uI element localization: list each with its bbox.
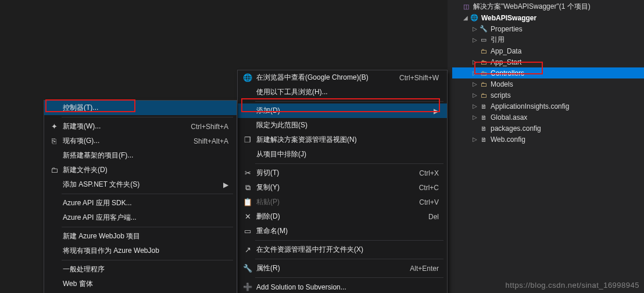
expander-closed-icon[interactable]: ▷ bbox=[471, 36, 479, 44]
blank-icon bbox=[48, 103, 60, 113]
project-node[interactable]: ◢ 🌐 WebAPISwagger bbox=[452, 12, 644, 23]
menuA-item[interactable]: Web 窗体 bbox=[44, 277, 237, 291]
blank-icon bbox=[48, 279, 60, 290]
menu-separator bbox=[62, 260, 233, 260]
menuB-item[interactable]: ▭重命名(M) bbox=[238, 224, 447, 238]
open-folder-icon: ↗ bbox=[241, 245, 254, 255]
solution-explorer: ◫ 解决方案"WebAPISwagger"(1 个项目) ◢ 🌐 WebAPIS… bbox=[448, 0, 644, 293]
menuA-item[interactable]: 添加 ASP.NET 文件夹(S)▶ bbox=[44, 177, 237, 192]
tree-item-appdata[interactable]: 🗀 App_Data bbox=[452, 45, 644, 56]
tree-label: Global.asax bbox=[491, 113, 527, 122]
expander-closed-icon[interactable]: ▷ bbox=[471, 113, 479, 122]
menu-item-label: 复制(Y) bbox=[254, 183, 405, 192]
wrench-icon: 🔧 bbox=[479, 24, 488, 34]
menuA-item[interactable]: 将现有项目作为 Azure WebJob bbox=[44, 244, 237, 258]
menuA-item[interactable]: 🗀新建文件夹(D) bbox=[44, 163, 237, 177]
file-icon: 🗎 bbox=[479, 113, 488, 122]
menuA-item[interactable]: 新搭建基架的项目(F)... bbox=[44, 148, 237, 163]
tree-item-globalasax[interactable]: ▷ 🗎 Global.asax bbox=[452, 112, 644, 123]
tree-label: 引用 bbox=[491, 35, 505, 45]
menu-item-label: 在文件资源管理器中打开文件夹(X) bbox=[254, 245, 439, 255]
rename-icon: ▭ bbox=[241, 226, 254, 237]
menu-shortcut: Ctrl+Shift+W bbox=[399, 74, 439, 82]
tree-item-appinsights[interactable]: ▷ 🗎 ApplicationInsights.config bbox=[452, 101, 644, 112]
tree-label: ApplicationInsights.config bbox=[491, 102, 569, 110]
tree-item-packages[interactable]: 🗎 packages.config bbox=[452, 123, 644, 134]
tree-item-scripts[interactable]: ▷ 🗀 scripts bbox=[452, 90, 644, 101]
menuB-item[interactable]: 🔧属性(R)Alt+Enter bbox=[238, 261, 447, 276]
folder-icon: 🗀 bbox=[479, 58, 488, 67]
menu-shortcut: Ctrl+X bbox=[419, 169, 439, 177]
svn-icon: ➕ bbox=[241, 282, 254, 292]
solution-node[interactable]: ◫ 解决方案"WebAPISwagger"(1 个项目) bbox=[452, 1, 644, 12]
menuA-item[interactable]: 新建 Azure WebJob 项目 bbox=[44, 229, 237, 244]
menuA-item[interactable]: 控制器(T)... bbox=[44, 101, 237, 115]
expander-open-icon[interactable]: ◢ bbox=[461, 14, 470, 22]
paste-icon: 📋 bbox=[241, 197, 254, 208]
menuB-item[interactable]: 🌐在浏览器中查看(Google Chrome)(B)Ctrl+Shift+W bbox=[238, 70, 447, 85]
menu-item-label: 剪切(T) bbox=[254, 168, 405, 178]
folder-icon: 🗀 bbox=[479, 69, 488, 78]
menu-item-label: 属性(R) bbox=[254, 263, 396, 273]
menu-item-label: 控制器(T)... bbox=[60, 103, 228, 113]
menu-item-label: 删除(D) bbox=[254, 212, 414, 221]
expander-closed-icon[interactable]: ▷ bbox=[471, 91, 479, 99]
blank-icon bbox=[48, 231, 60, 242]
menuB-item[interactable]: 添加(D)▶ bbox=[238, 103, 447, 118]
menu-item-label: 重命名(M) bbox=[254, 226, 439, 236]
expander-closed-icon[interactable]: ▷ bbox=[471, 80, 479, 88]
menu-item-label: 限定为此范围(S) bbox=[254, 120, 439, 130]
blank-icon bbox=[48, 180, 60, 190]
expander-closed-icon[interactable]: ▷ bbox=[471, 102, 479, 110]
menu-item-label: 添加(D) bbox=[254, 106, 425, 116]
menuB-item[interactable]: 使用以下工具浏览(H)... bbox=[238, 85, 447, 99]
menu-separator bbox=[62, 194, 233, 194]
menuB-item[interactable]: ❐新建解决方案资源管理器视图(N) bbox=[238, 133, 447, 147]
menuB-item[interactable]: 限定为此范围(S) bbox=[238, 118, 447, 133]
blank-icon bbox=[48, 265, 60, 275]
menu-item-label: 在浏览器中查看(Google Chrome)(B) bbox=[254, 73, 385, 83]
spacer bbox=[471, 124, 479, 133]
blank-icon bbox=[241, 106, 254, 116]
menuA-item[interactable]: Azure API 应用 SDK... bbox=[44, 196, 237, 210]
menuA-item[interactable]: Azure API 应用客户端... bbox=[44, 210, 237, 225]
tree-item-appstart[interactable]: ▷ 🗀 App_Start bbox=[452, 56, 644, 67]
blank-icon bbox=[48, 198, 60, 209]
tree-item-references[interactable]: ▷ ▭ 引用 bbox=[452, 34, 644, 45]
menuB-item[interactable]: ⧉复制(Y)Ctrl+C bbox=[238, 180, 447, 195]
folder-icon: 🗀 bbox=[479, 80, 488, 89]
menu-separator bbox=[255, 277, 443, 278]
menu-separator bbox=[255, 259, 443, 259]
blank-icon bbox=[48, 151, 60, 161]
menu-item-label: 一般处理程序 bbox=[60, 265, 228, 274]
menuB-item[interactable]: ➕Add Solution to Subversion... bbox=[238, 280, 447, 293]
expander-closed-icon[interactable]: ▷ bbox=[471, 135, 479, 144]
tree-item-properties[interactable]: ▷ 🔧 Properties bbox=[452, 23, 644, 34]
expander-closed-icon[interactable]: ▷ bbox=[471, 58, 479, 66]
tree-label: Properties bbox=[491, 25, 523, 33]
menu-item-label: Web 窗体 bbox=[60, 279, 228, 289]
blank-icon bbox=[241, 87, 254, 98]
menuB-item: 📋粘贴(P)Ctrl+V bbox=[238, 195, 447, 209]
file-icon: 🗎 bbox=[479, 102, 488, 111]
menuA-item[interactable]: 一般处理程序 bbox=[44, 262, 237, 277]
menu-item-label: Azure API 应用 SDK... bbox=[60, 198, 228, 208]
tree-item-controllers[interactable]: ▷ 🗀 Controllers bbox=[452, 67, 644, 78]
menuA-item[interactable]: ⎘现有项(G)...Shift+Alt+A bbox=[44, 134, 237, 148]
menuA-item[interactable]: ✦新建项(W)...Ctrl+Shift+A bbox=[44, 119, 237, 134]
tree-item-webconfig[interactable]: ▷ 🗎 Web.config bbox=[452, 134, 644, 145]
menuB-item[interactable]: ✕删除(D)Del bbox=[238, 209, 447, 224]
menu-shortcut: Shift+Alt+A bbox=[194, 137, 228, 145]
tree-item-models[interactable]: ▷ 🗀 Models bbox=[452, 78, 644, 90]
new-folder-icon: 🗀 bbox=[48, 165, 60, 176]
submenu-arrow-icon: ▶ bbox=[434, 107, 439, 115]
menuB-item[interactable]: ↗在文件资源管理器中打开文件夹(X) bbox=[238, 242, 447, 257]
delete-icon: ✕ bbox=[241, 212, 254, 222]
menuB-item[interactable]: 从项目中排除(J) bbox=[238, 147, 447, 162]
menu-item-label: 从项目中排除(J) bbox=[254, 149, 439, 159]
expander-closed-icon[interactable]: ▷ bbox=[471, 69, 479, 77]
references-icon: ▭ bbox=[479, 35, 488, 45]
expander-closed-icon[interactable]: ▷ bbox=[471, 25, 479, 33]
menuB-item[interactable]: ✂剪切(T)Ctrl+X bbox=[238, 166, 447, 180]
solution-tree: ◫ 解决方案"WebAPISwagger"(1 个项目) ◢ 🌐 WebAPIS… bbox=[448, 0, 644, 145]
